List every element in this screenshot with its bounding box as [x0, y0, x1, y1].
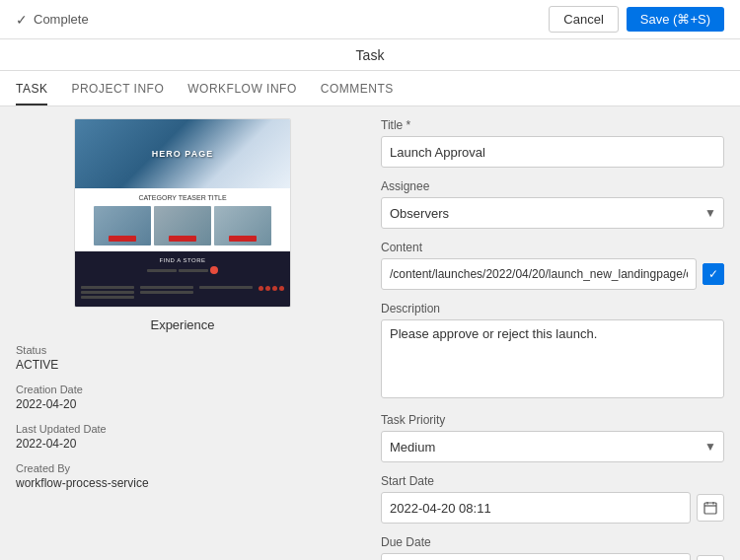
start-date-field-group: Start Date	[381, 474, 724, 524]
priority-select-wrapper: Low Medium High ▼	[381, 431, 724, 462]
complete-status: ✓ Complete	[16, 12, 89, 28]
due-date-calendar-icon[interactable]	[697, 555, 724, 560]
footer-line	[140, 291, 193, 294]
due-date-field-group: Due Date	[381, 535, 724, 560]
top-bar: ✓ Complete Cancel Save (⌘+S)	[0, 0, 740, 39]
assignee-field-group: Assignee Observers Admin Editor ▼	[381, 179, 724, 229]
last-updated-label: Last Updated Date	[16, 423, 349, 435]
content-checkbox[interactable]	[703, 263, 724, 285]
footer-icon-dot	[279, 286, 284, 291]
priority-select[interactable]: Low Medium High	[381, 431, 724, 462]
page-title: Task	[356, 47, 385, 63]
task-priority-label: Task Priority	[381, 413, 724, 427]
description-textarea[interactable]: Please approve or reject this launch.	[381, 319, 724, 398]
top-bar-actions: Cancel Save (⌘+S)	[549, 6, 724, 33]
footer-col	[81, 286, 134, 301]
info-section: Status ACTIVE Creation Date 2022-04-20 L…	[16, 344, 349, 490]
content-input[interactable]	[381, 258, 697, 290]
footer-line	[81, 286, 134, 289]
start-date-row	[381, 492, 724, 524]
preview-footer	[75, 280, 290, 307]
footer-grid	[81, 286, 284, 301]
main-content: HERO PAGE CATEGORY TEASER TITLE FIND A S…	[0, 106, 740, 560]
left-panel: HERO PAGE CATEGORY TEASER TITLE FIND A S…	[0, 106, 365, 560]
cat-img-1	[94, 206, 151, 245]
due-date-row	[381, 553, 724, 560]
preview-label: Experience	[16, 317, 349, 332]
creation-date-row: Creation Date 2022-04-20	[16, 384, 349, 411]
start-date-label: Start Date	[381, 474, 724, 488]
content-label: Content	[381, 241, 724, 254]
created-by-row: Created By workflow-process-service	[16, 462, 349, 490]
store-nav-item	[147, 269, 177, 272]
creation-date-value: 2022-04-20	[16, 397, 349, 411]
store-nav	[81, 266, 284, 274]
tab-project-info[interactable]: PROJECT INFO	[71, 82, 164, 105]
status-label: Status	[16, 344, 349, 356]
cat-images	[81, 206, 284, 245]
page-title-bar: Task	[0, 39, 740, 71]
footer-icon-dot	[272, 286, 277, 291]
store-dot	[210, 266, 218, 274]
svg-rect-0	[704, 503, 716, 514]
hero-section: HERO PAGE	[75, 119, 290, 188]
content-field-group: Content	[381, 241, 724, 290]
hero-label: HERO PAGE	[152, 149, 213, 159]
footer-line	[81, 291, 134, 294]
footer-line	[199, 286, 253, 289]
complete-label: Complete	[34, 12, 89, 27]
title-input[interactable]	[381, 136, 724, 168]
start-date-input[interactable]	[381, 492, 691, 524]
assignee-label: Assignee	[381, 179, 724, 193]
status-row: Status ACTIVE	[16, 344, 349, 372]
assignee-select[interactable]: Observers Admin Editor	[381, 197, 724, 229]
cat-img-3	[214, 206, 271, 245]
find-store-label: FIND A STORE	[81, 257, 284, 263]
last-updated-row: Last Updated Date 2022-04-20	[16, 423, 349, 451]
footer-line	[140, 286, 193, 289]
footer-col	[140, 286, 193, 301]
tabs-bar: TASK PROJECT INFO WORKFLOW INFO COMMENTS	[0, 71, 740, 106]
tab-workflow-info[interactable]: WORKFLOW INFO	[187, 82, 297, 105]
footer-icon-dot	[259, 286, 263, 291]
description-label: Description	[381, 302, 724, 315]
store-nav-item	[179, 269, 208, 272]
title-label: Title *	[381, 118, 724, 132]
content-row	[381, 258, 724, 290]
description-field-group: Description Please approve or reject thi…	[381, 302, 724, 401]
creation-date-label: Creation Date	[16, 384, 349, 395]
created-by-value: workflow-process-service	[16, 476, 349, 490]
assignee-select-wrapper: Observers Admin Editor ▼	[381, 197, 724, 229]
task-priority-field-group: Task Priority Low Medium High ▼	[381, 413, 724, 462]
right-panel: Title * Assignee Observers Admin Editor …	[365, 106, 740, 560]
find-store-section: FIND A STORE	[75, 251, 290, 280]
tab-comments[interactable]: COMMENTS	[321, 82, 394, 105]
footer-line	[81, 296, 134, 299]
status-value: ACTIVE	[16, 358, 349, 372]
cat-img-2	[154, 206, 211, 245]
due-date-label: Due Date	[381, 535, 724, 549]
footer-icons	[259, 286, 284, 301]
start-date-calendar-icon[interactable]	[697, 494, 724, 522]
checkmark-icon: ✓	[16, 12, 28, 28]
category-teaser-section: CATEGORY TEASER TITLE	[75, 188, 290, 251]
footer-icon-dot	[265, 286, 270, 291]
cancel-button[interactable]: Cancel	[549, 6, 618, 33]
due-date-input[interactable]	[381, 553, 691, 560]
save-button[interactable]: Save (⌘+S)	[627, 7, 724, 32]
tab-task[interactable]: TASK	[16, 82, 47, 105]
preview-image: HERO PAGE CATEGORY TEASER TITLE FIND A S…	[74, 118, 291, 308]
cat-teaser-title: CATEGORY TEASER TITLE	[81, 194, 284, 201]
created-by-label: Created By	[16, 462, 349, 474]
title-field-group: Title *	[381, 118, 724, 168]
last-updated-value: 2022-04-20	[16, 437, 349, 451]
footer-col	[199, 286, 253, 301]
